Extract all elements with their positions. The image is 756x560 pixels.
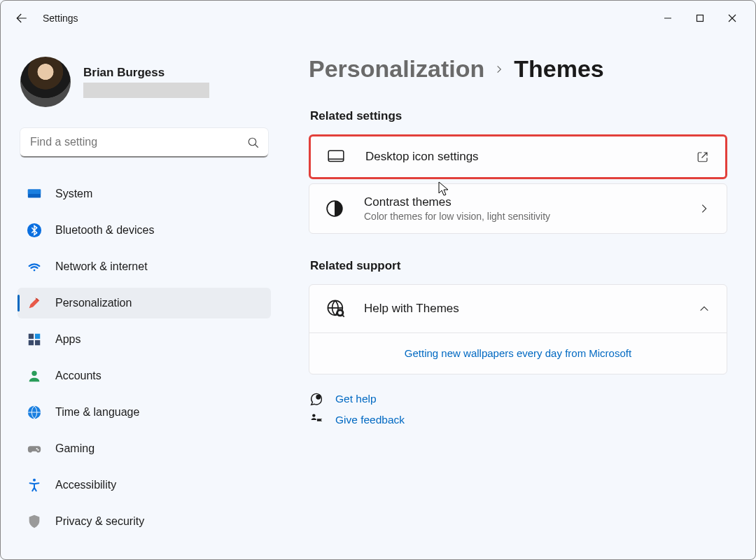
apps-icon — [26, 331, 43, 348]
card-title: Desktop icon settings — [365, 150, 676, 164]
contrast-themes-card[interactable]: Contrast themes Color themes for low vis… — [309, 183, 727, 234]
contrast-icon — [323, 200, 346, 218]
sidebar-item-label: Personalization — [55, 297, 132, 309]
sidebar-item-label: Gaming — [55, 442, 94, 455]
search-icon — [247, 136, 260, 149]
svg-point-11 — [36, 448, 38, 449]
search-input[interactable] — [20, 128, 268, 158]
globe-search-icon — [326, 299, 346, 318]
get-help-link[interactable]: Get help — [335, 393, 377, 405]
svg-point-9 — [31, 371, 36, 376]
sidebar-item-accessibility[interactable]: Accessibility — [18, 470, 271, 500]
svg-rect-7 — [29, 340, 34, 345]
person-icon — [26, 368, 43, 384]
support-link-row: Getting new wallpapers every day from Mi… — [309, 332, 727, 374]
sidebar-item-time-language[interactable]: Time & language — [18, 397, 271, 428]
arrow-left-icon — [15, 12, 28, 24]
search-wrap — [20, 128, 268, 158]
sidebar-item-label: Bluetooth & devices — [55, 224, 154, 237]
section-related-settings: Related settings — [310, 109, 727, 123]
chevron-up-icon — [699, 303, 710, 314]
titlebar: Settings — [1, 1, 755, 36]
back-button[interactable] — [8, 4, 36, 32]
svg-point-21 — [312, 414, 315, 416]
sidebar: Brian Burgess System Bluetooth & devices — [1, 36, 281, 559]
desktop-icon-settings-card[interactable]: Desktop icon settings — [309, 134, 727, 179]
svg-rect-5 — [29, 334, 34, 339]
svg-point-13 — [33, 479, 36, 482]
close-button[interactable] — [716, 5, 748, 31]
app-title: Settings — [43, 13, 78, 24]
minimize-button[interactable] — [652, 5, 684, 31]
sidebar-item-label: Apps — [55, 333, 80, 346]
monitor-icon — [325, 148, 347, 166]
breadcrumb-parent[interactable]: Personalization — [309, 55, 484, 83]
svg-point-1 — [248, 138, 256, 146]
card-title: Help with Themes — [364, 302, 459, 316]
sidebar-item-network[interactable]: Network & internet — [18, 251, 271, 282]
svg-rect-6 — [35, 334, 40, 339]
chevron-right-icon — [494, 64, 504, 74]
give-feedback-row: Give feedback — [309, 412, 727, 428]
sidebar-item-system[interactable]: System — [18, 178, 271, 209]
sidebar-item-privacy[interactable]: Privacy & security — [18, 506, 271, 537]
bluetooth-icon — [26, 222, 43, 239]
get-help-row: ? Get help — [309, 391, 727, 407]
feedback-icon — [309, 412, 324, 428]
svg-point-12 — [37, 449, 38, 451]
display-icon — [26, 186, 43, 202]
sidebar-item-label: Time & language — [55, 406, 139, 419]
sidebar-item-gaming[interactable]: Gaming — [18, 433, 271, 464]
chevron-right-icon — [696, 203, 713, 214]
sidebar-item-label: Network & internet — [55, 260, 148, 273]
sidebar-item-accounts[interactable]: Accounts — [18, 360, 271, 391]
card-title: Contrast themes — [364, 195, 678, 209]
sidebar-item-bluetooth[interactable]: Bluetooth & devices — [18, 215, 271, 246]
wifi-icon — [26, 258, 43, 275]
sidebar-item-personalization[interactable]: Personalization — [18, 288, 271, 318]
user-email-redacted — [83, 83, 209, 98]
section-related-support: Related support — [310, 259, 727, 273]
accessibility-icon — [26, 477, 43, 493]
shield-icon — [26, 513, 43, 530]
user-block[interactable]: Brian Burgess — [20, 57, 271, 107]
svg-rect-0 — [697, 15, 704, 22]
close-icon — [728, 14, 736, 22]
sidebar-item-label: Accounts — [55, 370, 102, 382]
sidebar-item-label: Accessibility — [55, 479, 116, 491]
avatar — [20, 57, 71, 107]
breadcrumb: Personalization Themes — [309, 55, 727, 83]
main-panel: Personalization Themes Related settings … — [281, 36, 755, 559]
help-themes-card: Help with Themes Getting new wallpapers … — [309, 284, 727, 374]
sidebar-item-label: Privacy & security — [55, 515, 144, 528]
user-name: Brian Burgess — [83, 66, 209, 80]
help-themes-header[interactable]: Help with Themes — [309, 285, 727, 332]
window-controls — [652, 5, 748, 31]
card-subtitle: Color themes for low vision, light sensi… — [364, 211, 678, 222]
globe-clock-icon — [26, 404, 43, 421]
sidebar-item-label: System — [55, 188, 92, 200]
sidebar-item-apps[interactable]: Apps — [18, 324, 271, 355]
breadcrumb-current: Themes — [514, 55, 604, 83]
minimize-icon — [664, 14, 672, 22]
svg-rect-3 — [28, 190, 41, 194]
gamepad-icon — [26, 440, 43, 457]
wallpaper-link[interactable]: Getting new wallpapers every day from Mi… — [405, 347, 631, 359]
maximize-icon — [696, 14, 704, 22]
open-external-icon — [694, 150, 711, 163]
chat-help-icon: ? — [309, 391, 324, 407]
paintbrush-icon — [26, 295, 43, 312]
give-feedback-link[interactable]: Give feedback — [335, 414, 405, 426]
maximize-button[interactable] — [684, 5, 716, 31]
svg-rect-14 — [328, 150, 344, 161]
svg-rect-8 — [35, 340, 40, 345]
